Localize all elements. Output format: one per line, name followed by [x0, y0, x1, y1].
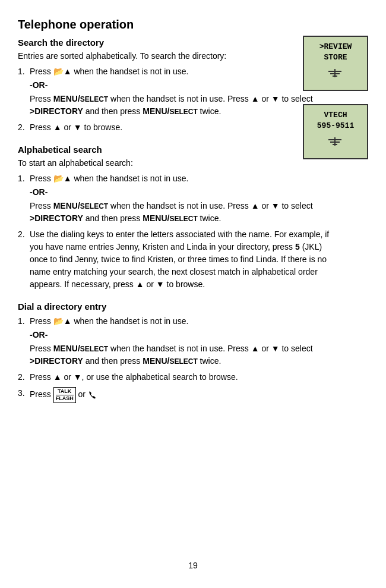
menu-select-kw-1: MENU/SELECT [53, 94, 108, 103]
dir-icon-3: 📂 [53, 316, 64, 326]
search-step-2: 2. Press ▲ or ▼ to browse. [18, 121, 333, 134]
directory-kw-1: >DIRECTORY [30, 106, 83, 116]
menu-select-kw-3: MENU/SELECT [53, 201, 108, 210]
menu-select-kw-4: MENU/SELECT [143, 213, 197, 223]
step2-num: 2. [18, 121, 30, 134]
dir-icon-2: 📂 [53, 174, 64, 183]
step1-content: Press 📂▲ when the handset is not in use.… [30, 65, 333, 118]
directory-kw-2: >DIRECTORY [30, 213, 83, 223]
step1-num: 1. [18, 65, 30, 118]
screen2-antenna [310, 136, 361, 151]
directory-kw-3: >DIRECTORY [30, 356, 83, 366]
dial-section: Dial a directory entry 1. Press 📂▲ when … [18, 301, 333, 403]
alpha-step-1: 1. Press 📂▲ when the handset is not in u… [18, 172, 333, 225]
main-content: Telephone operation Search the directory… [18, 18, 333, 403]
screen-widget-2: VTECH 595-9511 [303, 104, 368, 159]
page-title: Telephone operation [18, 18, 333, 32]
dial-step3-num: 3. [18, 387, 30, 403]
screen1-text: >REVIEW STORE [310, 42, 361, 63]
search-intro: Entries are sorted alphabetically. To se… [18, 51, 333, 61]
dial-section-title: Dial a directory entry [18, 301, 333, 312]
dial-step1-num: 1. [18, 315, 30, 367]
screen2-line1: VTECH [310, 110, 361, 121]
alpha-step2-content: Use the dialing keys to enter the letter… [30, 228, 333, 291]
alpha-step-2: 2. Use the dialing keys to enter the let… [18, 228, 333, 291]
screen1-line1: >REVIEW [310, 42, 361, 52]
dial-step-2: 2. Press ▲ or ▼, or use the alphabetical… [18, 371, 333, 383]
dial-step2-content: Press ▲ or ▼, or use the alphabetical se… [30, 371, 333, 383]
dial-step1-or: -OR- [30, 329, 333, 341]
talk-flash-button: TALK FLASH [53, 387, 76, 403]
svg-rect-3 [333, 76, 337, 77]
step1-or: -OR- [30, 79, 333, 92]
alpha-step2-num: 2. [18, 228, 30, 291]
menu-select-kw-2: MENU/SELECT [143, 106, 197, 116]
dial-step1-content: Press 📂▲ when the handset is not in use.… [30, 315, 333, 367]
screen-widget-1: >REVIEW STORE [303, 36, 368, 91]
search-steps: 1. Press 📂▲ when the handset is not in u… [18, 65, 333, 134]
handset-icon [88, 389, 97, 399]
search-section: Search the directory Entries are sorted … [18, 37, 333, 134]
alpha-section-title: Alphabetical search [18, 144, 333, 155]
alpha-section: Alphabetical search To start an alphabet… [18, 144, 333, 291]
search-step-1: 1. Press 📂▲ when the handset is not in u… [18, 65, 333, 118]
screen2-line2: 595-9511 [310, 121, 361, 131]
alpha-intro: To start an alphabetical search: [18, 158, 333, 168]
menu-select-kw-6: MENU/SELECT [143, 356, 197, 366]
alpha-steps: 1. Press 📂▲ when the handset is not in u… [18, 172, 333, 291]
menu-select-kw-5: MENU/SELECT [53, 344, 108, 353]
svg-rect-1 [328, 71, 341, 72]
svg-rect-6 [330, 142, 340, 143]
dial-step-1: 1. Press 📂▲ when the handset is not in u… [18, 315, 333, 367]
screen2-text: VTECH 595-9511 [310, 110, 361, 131]
step2-content: Press ▲ or ▼ to browse. [30, 121, 333, 134]
dial-steps: 1. Press 📂▲ when the handset is not in u… [18, 315, 333, 403]
svg-rect-5 [328, 139, 341, 140]
search-section-title: Search the directory [18, 37, 333, 48]
dial-step2-num: 2. [18, 371, 30, 383]
dial-step3-content: Press TALK FLASH or [30, 387, 333, 403]
alpha-step1-or: -OR- [30, 186, 333, 199]
page-number: 19 [18, 561, 368, 570]
alpha-step1-content: Press 📂▲ when the handset is not in use.… [30, 172, 333, 225]
dial-step-3: 3. Press TALK FLASH or [18, 387, 333, 403]
dir-icon-1: 📂 [53, 67, 64, 76]
screen1-line2: STORE [310, 52, 361, 63]
svg-rect-7 [333, 144, 337, 145]
svg-rect-2 [330, 73, 340, 74]
screen1-antenna [310, 68, 361, 83]
alpha-step1-num: 1. [18, 172, 30, 225]
